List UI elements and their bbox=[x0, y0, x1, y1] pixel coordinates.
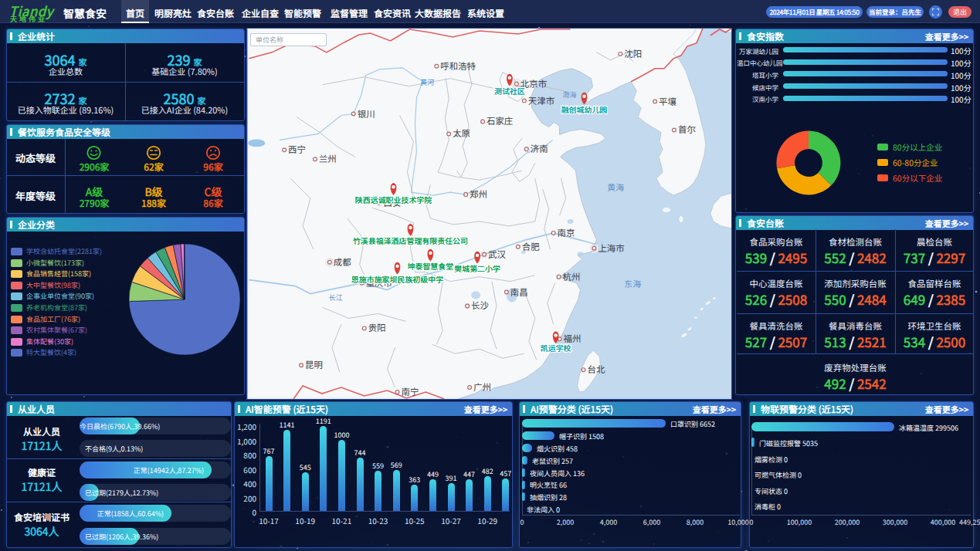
svg-text:渤海: 渤海 bbox=[563, 90, 577, 100]
svg-text:南宁: 南宁 bbox=[401, 385, 419, 397]
svg-text:广州: 广州 bbox=[473, 380, 491, 393]
svg-text:南昌: 南昌 bbox=[510, 286, 528, 298]
svg-text:合肥: 合肥 bbox=[522, 240, 540, 252]
svg-text:上海市: 上海市 bbox=[598, 242, 624, 254]
svg-text:太原: 太原 bbox=[453, 127, 470, 139]
svg-text:首尔: 首尔 bbox=[678, 123, 696, 135]
svg-text:武汉: 武汉 bbox=[488, 248, 506, 260]
svg-text:黄海: 黄海 bbox=[607, 181, 624, 193]
svg-text:平壤: 平壤 bbox=[659, 95, 677, 107]
svg-text:昆明: 昆明 bbox=[305, 358, 323, 370]
svg-text:郑州: 郑州 bbox=[470, 188, 487, 200]
svg-text:樊城第二小学: 樊城第二小学 bbox=[454, 262, 500, 274]
svg-text:西宁: 西宁 bbox=[288, 143, 306, 155]
svg-text:凯运学校: 凯运学校 bbox=[541, 342, 571, 353]
svg-text:黄河: 黄河 bbox=[420, 77, 434, 87]
svg-text:竹溪县福泽酒店管理有限责任公司: 竹溪县福泽酒店管理有限责任公司 bbox=[353, 235, 468, 246]
svg-text:呼和浩特: 呼和浩特 bbox=[440, 59, 476, 72]
svg-text:测试社区: 测试社区 bbox=[494, 85, 525, 96]
svg-text:台北: 台北 bbox=[587, 363, 605, 375]
svg-text:银川: 银川 bbox=[358, 107, 375, 120]
svg-text:成都: 成都 bbox=[334, 255, 351, 268]
svg-text:济南: 济南 bbox=[531, 142, 548, 154]
svg-text:东海: 东海 bbox=[624, 277, 641, 289]
svg-text:杭州: 杭州 bbox=[563, 270, 581, 282]
svg-text:兰州: 兰州 bbox=[319, 152, 337, 164]
svg-text:长沙: 长沙 bbox=[471, 299, 489, 311]
svg-text:南京: 南京 bbox=[558, 226, 575, 238]
svg-text:融创城幼儿园: 融创城幼儿园 bbox=[561, 103, 608, 115]
svg-text:坤泰智慧食堂: 坤泰智慧食堂 bbox=[407, 260, 453, 272]
svg-text:石家庄: 石家庄 bbox=[487, 114, 513, 127]
svg-text:陕西远诚职业技术学院: 陕西远诚职业技术学院 bbox=[355, 194, 432, 205]
svg-text:天津市: 天津市 bbox=[528, 94, 554, 106]
svg-text:恩施市施家坝民族初级中学: 恩施市施家坝民族初级中学 bbox=[351, 273, 443, 285]
svg-text:贵阳: 贵阳 bbox=[368, 321, 386, 333]
svg-text:长江: 长江 bbox=[329, 292, 343, 303]
svg-text:沈阳: 沈阳 bbox=[624, 47, 642, 59]
